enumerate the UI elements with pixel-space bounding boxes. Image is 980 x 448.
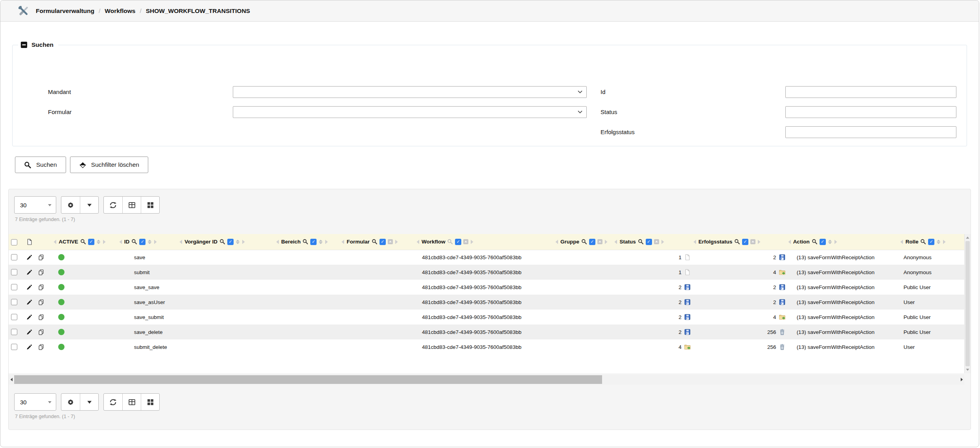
- row-checkbox[interactable]: [11, 269, 17, 275]
- column-sort-icon[interactable]: [750, 239, 755, 244]
- column-visible-checkbox[interactable]: ✓: [646, 239, 652, 245]
- mandant-select[interactable]: [233, 86, 587, 98]
- column-move-left-icon[interactable]: [693, 240, 696, 244]
- column-sort-icon[interactable]: [463, 239, 468, 244]
- column-header[interactable]: Rolle ✓: [899, 234, 964, 250]
- copy-icon[interactable]: [38, 329, 44, 336]
- column-header[interactable]: Erfolgsstatus ✓: [693, 234, 787, 250]
- column-search-icon[interactable]: [734, 239, 740, 245]
- column-move-left-icon[interactable]: [53, 240, 57, 244]
- column-visible-checkbox[interactable]: ✓: [379, 239, 386, 245]
- grid-view-button[interactable]: [141, 197, 159, 213]
- breadcrumb-app[interactable]: Formularverwaltung: [36, 7, 94, 15]
- settings-menu-button[interactable]: [80, 197, 98, 213]
- column-header[interactable]: Gruppe ✓: [554, 234, 613, 250]
- column-visible-checkbox[interactable]: ✓: [455, 239, 461, 245]
- column-sort-icon[interactable]: [236, 240, 240, 244]
- column-sort-icon[interactable]: [147, 240, 152, 244]
- column-move-right-icon[interactable]: [943, 240, 946, 244]
- edit-pencil-icon[interactable]: [26, 314, 33, 321]
- column-sort-icon[interactable]: [654, 239, 659, 244]
- column-move-left-icon[interactable]: [341, 240, 344, 244]
- copy-icon[interactable]: [38, 314, 44, 321]
- column-search-icon[interactable]: [447, 239, 453, 245]
- search-button[interactable]: Suchen: [15, 157, 66, 173]
- edit-pencil-icon[interactable]: [26, 254, 33, 261]
- table-view-button[interactable]: [122, 394, 141, 410]
- column-visible-checkbox[interactable]: ✓: [820, 239, 826, 245]
- column-header[interactable]: Status ✓: [613, 234, 693, 250]
- column-search-icon[interactable]: [638, 239, 644, 245]
- column-visible-checkbox[interactable]: ✓: [742, 239, 748, 245]
- edit-pencil-icon[interactable]: [26, 269, 33, 276]
- column-move-right-icon[interactable]: [661, 240, 664, 244]
- column-search-icon[interactable]: [302, 239, 308, 245]
- column-visible-checkbox[interactable]: ✓: [310, 239, 317, 245]
- column-move-left-icon[interactable]: [179, 240, 182, 244]
- column-move-right-icon[interactable]: [470, 240, 473, 244]
- settings-button[interactable]: [61, 197, 80, 213]
- column-move-left-icon[interactable]: [119, 240, 122, 244]
- column-move-right-icon[interactable]: [604, 240, 608, 244]
- column-search-icon[interactable]: [219, 239, 225, 245]
- column-header[interactable]: Bereich ✓: [275, 234, 341, 250]
- refresh-button[interactable]: [104, 394, 122, 410]
- row-checkbox[interactable]: [11, 329, 17, 335]
- copy-icon[interactable]: [38, 284, 44, 291]
- row-checkbox[interactable]: [11, 254, 17, 260]
- column-move-left-icon[interactable]: [614, 240, 617, 244]
- edit-pencil-icon[interactable]: [26, 299, 33, 306]
- copy-icon[interactable]: [38, 344, 44, 350]
- column-visible-checkbox[interactable]: ✓: [139, 239, 146, 245]
- column-move-right-icon[interactable]: [242, 240, 245, 244]
- scroll-up-icon[interactable]: [965, 234, 971, 241]
- select-all-checkbox[interactable]: [11, 239, 17, 245]
- edit-pencil-icon[interactable]: [26, 284, 33, 291]
- clear-filters-button[interactable]: Suchfilter löschen: [70, 157, 148, 173]
- scroll-down-icon[interactable]: [965, 367, 971, 373]
- column-move-left-icon[interactable]: [416, 240, 420, 244]
- grid-view-button[interactable]: [141, 394, 159, 410]
- row-checkbox[interactable]: [11, 344, 17, 350]
- horizontal-scrollbar[interactable]: [9, 374, 964, 385]
- row-checkbox[interactable]: [11, 299, 17, 305]
- column-visible-checkbox[interactable]: ✓: [88, 239, 94, 245]
- formular-select[interactable]: [233, 106, 587, 118]
- column-sort-icon[interactable]: [828, 240, 832, 244]
- copy-icon[interactable]: [38, 254, 44, 261]
- search-legend-toggle[interactable]: Suchen: [18, 41, 58, 48]
- page-size-select[interactable]: 30: [14, 196, 56, 214]
- edit-pencil-icon[interactable]: [26, 344, 33, 350]
- edit-pencil-icon[interactable]: [26, 329, 33, 336]
- column-search-icon[interactable]: [372, 239, 378, 245]
- status-input[interactable]: [785, 106, 956, 118]
- vertical-scrollbar[interactable]: [964, 234, 971, 373]
- column-search-icon[interactable]: [920, 239, 926, 245]
- column-header[interactable]: ACTIVE ✓: [53, 234, 118, 250]
- column-move-right-icon[interactable]: [757, 240, 761, 244]
- refresh-button[interactable]: [104, 197, 122, 213]
- column-move-right-icon[interactable]: [154, 240, 157, 244]
- column-search-icon[interactable]: [80, 239, 86, 245]
- column-move-left-icon[interactable]: [555, 240, 558, 244]
- row-checkbox[interactable]: [11, 284, 17, 290]
- column-sort-icon[interactable]: [96, 240, 101, 244]
- column-move-right-icon[interactable]: [395, 240, 398, 244]
- column-move-left-icon[interactable]: [788, 240, 791, 244]
- column-move-left-icon[interactable]: [900, 240, 903, 244]
- row-checkbox[interactable]: [11, 314, 17, 320]
- column-sort-icon[interactable]: [319, 240, 323, 244]
- column-move-right-icon[interactable]: [325, 240, 328, 244]
- column-visible-checkbox[interactable]: ✓: [227, 239, 234, 245]
- column-header[interactable]: Formular ✓: [341, 234, 416, 250]
- scroll-right-icon[interactable]: [959, 374, 964, 385]
- column-search-icon[interactable]: [131, 239, 137, 245]
- column-search-icon[interactable]: [812, 239, 818, 245]
- collapse-minus-icon[interactable]: [20, 41, 28, 48]
- breadcrumb-section[interactable]: Workflows: [105, 7, 135, 15]
- column-header[interactable]: ID ✓: [118, 234, 179, 250]
- copy-icon[interactable]: [38, 269, 44, 276]
- column-move-right-icon[interactable]: [834, 240, 837, 244]
- scroll-left-icon[interactable]: [9, 374, 14, 385]
- column-header[interactable]: Vorgänger ID ✓: [179, 234, 275, 250]
